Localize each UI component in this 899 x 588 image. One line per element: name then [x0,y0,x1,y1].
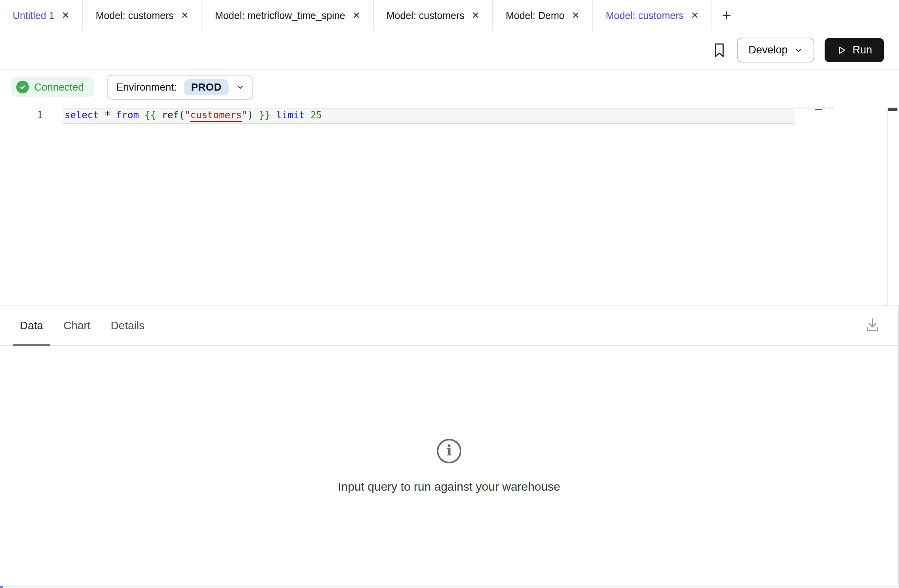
tab-chart[interactable]: Chart [56,306,97,345]
bottom-divider [0,586,899,587]
download-icon [863,316,882,334]
tab-bar: Untitled 1 ✕ Model: customers ✕ Model: m… [0,0,899,32]
connected-label: Connected [34,81,84,93]
close-icon[interactable]: ✕ [62,11,70,20]
tab-model-demo[interactable]: Model: Demo ✕ [493,0,593,31]
tab-model-customers-2[interactable]: Model: customers ✕ [374,0,493,31]
check-icon [16,81,29,93]
tab-label: Model: customers [96,10,174,21]
code-line[interactable]: select * from {{ ref("customers") }} lim… [64,110,322,121]
tab-details[interactable]: Details [104,306,152,345]
close-icon[interactable]: ✕ [572,11,580,20]
tab-model-customers-3[interactable]: Model: customers ✕ [593,0,712,31]
run-label: Run [852,44,872,56]
tab-data[interactable]: Data [13,306,50,345]
results-tab-bar: Data Chart Details [0,306,898,346]
corner-accent [0,586,3,588]
environment-value-pill: PROD [184,79,229,95]
ide-window: Untitled 1 ✕ Model: customers ✕ Model: m… [0,0,899,588]
line-number: 1 [24,110,43,121]
environment-selector[interactable]: Environment: PROD [107,75,253,100]
tab-label: Untitled 1 [13,10,55,21]
tab-chart-label: Chart [63,319,90,332]
minimap: select * from {{ ref("customers") }} lim… [797,107,833,109]
plus-icon: + [722,7,731,25]
tab-data-label: Data [20,319,43,332]
tab-model-metricflow-time-spine[interactable]: Model: metricflow_time_spine ✕ [202,0,374,31]
tab-label: Model: customers [387,10,465,21]
play-icon [836,45,847,55]
tab-model-customers-1[interactable]: Model: customers ✕ [83,0,202,31]
empty-state-message: Input query to run against your warehous… [338,480,560,493]
develop-label: Develop [748,44,787,56]
tab-untitled-1[interactable]: Untitled 1 ✕ [0,0,83,31]
environment-label: Environment: [116,81,177,93]
run-button[interactable]: Run [825,38,884,62]
develop-button[interactable]: Develop [737,38,814,63]
bookmark-button[interactable] [712,42,727,59]
tab-label: Model: Demo [506,10,565,21]
results-panel: Data Chart Details i [0,305,899,586]
info-icon: i [437,439,461,463]
tab-label: Model: customers [606,10,684,21]
connected-badge: Connected [11,77,94,97]
chevron-down-icon [794,46,803,55]
scrollbar-thumb[interactable] [888,108,897,111]
chevron-down-icon [236,83,245,91]
tab-label: Model: metricflow_time_spine [215,10,345,21]
scrollbar-track[interactable] [887,108,899,305]
download-button[interactable] [863,316,882,334]
tab-details-label: Details [111,319,145,332]
close-icon[interactable]: ✕ [691,11,699,20]
status-bar: Connected Environment: PROD [0,71,899,103]
empty-state: i Input query to run against your wareho… [0,346,898,586]
new-tab-button[interactable]: + [712,0,741,31]
code-editor[interactable]: 1 select * from {{ ref("customers") }} l… [0,103,899,305]
close-icon[interactable]: ✕ [472,11,480,20]
bookmark-icon [712,42,727,59]
close-icon[interactable]: ✕ [181,11,189,20]
close-icon[interactable]: ✕ [352,11,360,20]
toolbar: Develop Run [0,31,899,70]
